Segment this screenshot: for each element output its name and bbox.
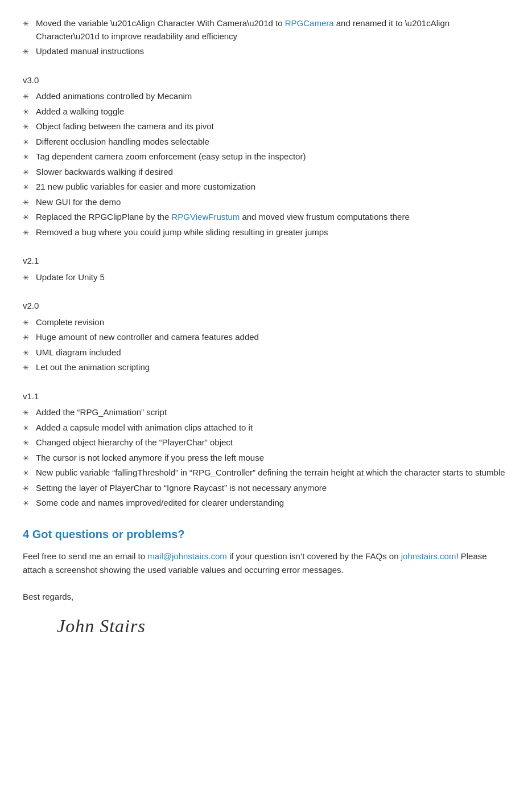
list-item: New public variable “fallingThreshold” i… (23, 466, 509, 480)
version-label: v2.0 (23, 300, 509, 313)
list-item: Added a walking toggle (23, 105, 509, 118)
version-section-v1_1: v1.1 Added the “RPG_Animation” script Ad… (23, 390, 509, 510)
bullet-text: Replaced the RPGClipPlane by the RPGView… (36, 211, 509, 224)
bullet-text: The cursor is not locked anymore if you … (36, 452, 509, 465)
list-item: Object fading between the camera and its… (23, 120, 509, 133)
bullet-text: Slower backwards walking if desired (36, 166, 509, 179)
best-regards-text: Best regards, (23, 591, 509, 604)
list-item: Moved the variable \u201cAlign Character… (23, 17, 509, 43)
bullet-text: Object fading between the camera and its… (36, 120, 509, 133)
list-item: Let out the animation scripting (23, 361, 509, 374)
section4-paragraph: Feel free to send me an email to mail@jo… (23, 550, 509, 577)
bullet-text: Changed object hierarchy of the “PlayerC… (36, 436, 509, 449)
version-section-top: Moved the variable \u201cAlign Character… (23, 17, 509, 58)
list-item: Added the “RPG_Animation” script (23, 406, 509, 419)
list-item: 21 new public variables for easier and m… (23, 181, 509, 194)
bullet-text: Moved the variable \u201cAlign Character… (36, 17, 509, 43)
email-link[interactable]: mail@johnstairs.com (147, 551, 226, 561)
bullet-text: Added the “RPG_Animation” script (36, 406, 509, 419)
bullet-text: Update for Unity 5 (36, 271, 509, 284)
list-item: Updated manual instructions (23, 45, 509, 58)
list-item: The cursor is not locked anymore if you … (23, 452, 509, 465)
version-label: v1.1 (23, 390, 509, 403)
bullet-text: Added a walking toggle (36, 105, 509, 118)
bullet-text: Huge amount of new controller and camera… (36, 331, 509, 344)
list-item: Added a capsule model with animation cli… (23, 421, 509, 435)
signature-block: Best regards, John Stairs (23, 591, 509, 640)
list-item: Replaced the RPGClipPlane by the RPGView… (23, 211, 509, 224)
list-item: Slower backwards walking if desired (23, 166, 509, 179)
bullet-list-top: Moved the variable \u201cAlign Character… (23, 17, 509, 58)
version-section-v2_0: v2.0 Complete revision Huge amount of ne… (23, 300, 509, 374)
bullet-text: New public variable “fallingThreshold” i… (36, 466, 509, 480)
bullet-text: Different occlusion handling modes selec… (36, 136, 509, 149)
list-item: UML diagram included (23, 346, 509, 359)
list-item: Huge amount of new controller and camera… (23, 331, 509, 344)
list-item: Added animations controlled by Mecanim (23, 90, 509, 103)
list-item: Complete revision (23, 316, 509, 329)
bullet-text: UML diagram included (36, 346, 509, 359)
list-item: New GUI for the demo (23, 196, 509, 209)
rpgviewfrustum-link[interactable]: RPGViewFrustum (171, 212, 240, 222)
bullet-text: 21 new public variables for easier and m… (36, 181, 509, 194)
bullet-list-v3: Added animations controlled by Mecanim A… (23, 90, 509, 239)
bullet-text: Tag dependent camera zoom enforcement (e… (36, 150, 509, 163)
rpgcamera-link[interactable]: RPGCamera (285, 18, 334, 28)
bullet-text: Some code and names improved/edited for … (36, 497, 509, 510)
list-item: Removed a bug where you could jump while… (23, 226, 509, 239)
bullet-text: Added a capsule model with animation cli… (36, 421, 509, 435)
bullet-text: Updated manual instructions (36, 45, 509, 58)
section4-heading: 4 Got questions or problems? (23, 526, 509, 543)
bullet-text: Removed a bug where you could jump while… (36, 226, 509, 239)
version-label: v2.1 (23, 255, 509, 268)
list-item: Different occlusion handling modes selec… (23, 136, 509, 149)
bullet-text: Complete revision (36, 316, 509, 329)
website-link[interactable]: johnstairs.com (401, 551, 456, 561)
list-item: Some code and names improved/edited for … (23, 497, 509, 510)
bullet-list-v2_1: Update for Unity 5 (23, 271, 509, 284)
bullet-text: Let out the animation scripting (36, 361, 509, 374)
list-item: Setting the layer of PlayerChar to “Igno… (23, 482, 509, 495)
list-item: Update for Unity 5 (23, 271, 509, 284)
list-item: Tag dependent camera zoom enforcement (e… (23, 150, 509, 163)
version-section-v2_1: v2.1 Update for Unity 5 (23, 255, 509, 284)
signature-name: John Stairs (57, 612, 509, 640)
version-label: v3.0 (23, 74, 509, 87)
bullet-list-v1_1: Added the “RPG_Animation” script Added a… (23, 406, 509, 510)
section4: 4 Got questions or problems? Feel free t… (23, 526, 509, 577)
bullet-text: New GUI for the demo (36, 196, 509, 209)
bullet-list-v2_0: Complete revision Huge amount of new con… (23, 316, 509, 374)
version-section-v3: v3.0 Added animations controlled by Meca… (23, 74, 509, 239)
bullet-text: Setting the layer of PlayerChar to “Igno… (36, 482, 509, 495)
bullet-text: Added animations controlled by Mecanim (36, 90, 509, 103)
list-item: Changed object hierarchy of the “PlayerC… (23, 436, 509, 449)
